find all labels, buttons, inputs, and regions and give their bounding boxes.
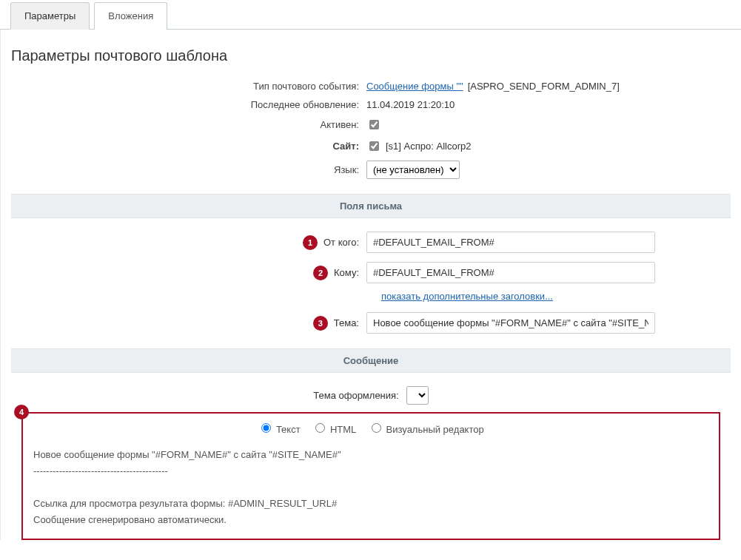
label-from: От кого: [323,237,359,248]
tab-params[interactable]: Параметры [10,2,90,30]
badge-3: 3 [313,316,328,331]
radio-mode-html[interactable] [315,423,325,433]
input-from[interactable] [366,232,655,253]
label-to: Кому: [334,267,359,278]
message-body[interactable]: Новое сообщение формы "#FORM_NAME#" с са… [23,441,719,539]
select-lang[interactable]: (не установлен) [366,161,460,179]
radio-mode-text[interactable] [261,423,271,433]
label-event-type: Тип почтового события: [11,81,366,92]
tab-attachments[interactable]: Вложения [94,2,167,30]
label-site: Сайт: [11,141,366,152]
badge-1: 1 [303,235,318,250]
editor-box: 4 Текст HTML Визуальный редактор Новое с… [21,412,720,540]
radio-mode-html-label[interactable]: HTML [312,424,356,435]
value-last-update: 11.04.2019 21:20:10 [366,99,731,110]
checkbox-site-s1[interactable] [369,141,379,151]
link-event-type[interactable]: Сообщение формы "" [366,81,463,92]
page-title: Параметры почтового шаблона [11,47,731,64]
label-last-update: Последнее обновление: [11,99,366,110]
value-active [366,118,731,132]
link-additional-headers[interactable]: показать дополнительные заголовки... [381,291,553,302]
badge-4: 4 [14,405,29,419]
section-letter-fields: Поля письма [11,194,731,218]
section-message: Сообщение [11,348,731,373]
input-subject[interactable] [366,312,655,334]
radio-mode-text-label[interactable]: Текст [258,424,300,435]
label-active: Активен: [11,119,366,130]
label-theme: Тема оформления: [313,390,398,401]
select-theme[interactable] [406,386,429,405]
tabs-bar: Параметры Вложения [0,1,741,30]
radio-mode-visual-label[interactable]: Визуальный редактор [368,424,484,435]
label-subject: Тема: [334,317,359,328]
event-type-code: [ASPRO_SEND_FORM_ADMIN_7] [468,81,620,92]
badge-2: 2 [313,266,328,280]
editor-mode-row: Текст HTML Визуальный редактор [23,414,719,441]
checkbox-active[interactable] [369,120,379,129]
radio-mode-visual[interactable] [372,423,381,433]
site-name: [s1] Аспро: Allcorp2 [386,141,471,152]
input-to[interactable] [366,262,655,283]
value-site: [s1] Аспро: Allcorp2 [366,139,731,153]
label-lang: Язык: [11,164,366,175]
value-event-type: Сообщение формы "" [ASPRO_SEND_FORM_ADMI… [366,81,731,92]
